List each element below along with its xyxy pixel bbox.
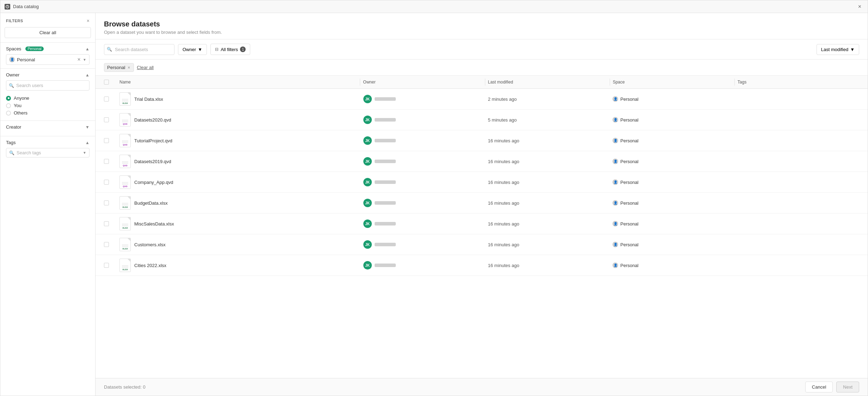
datasets-selected-text: Datasets selected: 0 [104, 384, 146, 390]
table-row[interactable]: QVD Datasets2020.qvd JK 5 minutes ago 👤 … [96, 110, 868, 130]
row-checkbox-cell [104, 221, 117, 226]
row-owner-cell: JK [361, 95, 485, 103]
owner-name-blur [375, 243, 396, 246]
row-name-cell: QVD TutorialProject.qvd [117, 134, 361, 147]
spaces-chevron-icon: ▲ [85, 47, 90, 51]
spaces-section-header[interactable]: Spaces Personal ▲ [6, 46, 90, 51]
filters-title: FILTERS [6, 19, 23, 23]
row-modified-cell: 16 minutes ago [485, 263, 610, 268]
owner-radio-anyone[interactable]: Anyone [6, 95, 90, 101]
owner-others-label: Others [14, 110, 27, 116]
clear-filters-link[interactable]: Clear all [137, 65, 154, 70]
cancel-button[interactable]: Cancel [805, 382, 833, 392]
tags-section-header[interactable]: Tags ▲ [6, 140, 90, 145]
row-space-cell: 👤 Personal [610, 117, 734, 123]
search-datasets-input[interactable] [104, 44, 174, 55]
sidebar-close-button[interactable]: × [87, 18, 90, 24]
space-icon: 👤 [612, 138, 618, 143]
tags-dropdown-button[interactable]: ▼ [83, 151, 86, 155]
sort-chevron-icon: ▼ [850, 47, 855, 52]
owner-name-blur [375, 139, 396, 142]
row-checkbox-cell [104, 138, 117, 143]
row-checkbox-cell [104, 180, 117, 185]
filter-tag-remove-button[interactable]: × [127, 65, 131, 70]
spaces-clear-button[interactable]: ✕ [76, 56, 81, 63]
owner-radio-others[interactable]: Others [6, 110, 90, 116]
creator-section-header[interactable]: Creator ▼ [6, 124, 90, 130]
row-space-name: Personal [620, 263, 638, 268]
table-row[interactable]: XLSX Cities 2022.xlsx JK 16 minutes ago … [96, 255, 868, 276]
file-icon: QVD [119, 155, 131, 168]
row-filename: Datasets2019.qvd [134, 159, 171, 164]
row-checkbox[interactable] [104, 263, 109, 268]
owner-section-header[interactable]: Owner ▲ [6, 72, 90, 78]
row-space-name: Personal [620, 117, 638, 123]
owner-section: Owner ▲ 🔍 Anyone You [0, 68, 95, 120]
owner-radio-group: Anyone You Others [6, 94, 90, 117]
row-name-cell: QVD Datasets2020.qvd [117, 113, 361, 126]
owner-search-icon: 🔍 [9, 83, 14, 88]
owner-dropdown-button[interactable]: Owner ▼ [178, 44, 207, 55]
table-row[interactable]: XLSX Trial Data.xlsx JK 2 minutes ago 👤 … [96, 89, 868, 110]
row-space-cell: 👤 Personal [610, 159, 734, 164]
file-icon: XLSX [119, 196, 131, 210]
spaces-dropdown-button[interactable]: ▼ [83, 58, 86, 62]
table-row[interactable]: XLSX Customers.xlsx JK 16 minutes ago 👤 … [96, 234, 868, 255]
row-checkbox-cell [104, 263, 117, 268]
th-owner: Owner [360, 80, 485, 85]
owner-name-blur [375, 97, 396, 101]
spaces-select[interactable]: 👤 Personal ✕ ▼ [6, 54, 90, 65]
search-datasets-icon: 🔍 [107, 47, 112, 52]
owner-radio-you[interactable]: You [6, 103, 90, 108]
row-space-cell: 👤 Personal [610, 179, 734, 185]
owner-name-blur [375, 118, 396, 122]
row-checkbox[interactable] [104, 242, 109, 247]
all-filters-button[interactable]: ⊟ All filters 1 [210, 44, 250, 55]
owner-name-blur [375, 201, 396, 205]
row-space-cell: 👤 Personal [610, 242, 734, 247]
tags-search-icon: 🔍 [9, 150, 14, 155]
row-checkbox[interactable] [104, 200, 109, 205]
owner-avatar: JK [363, 95, 372, 103]
clear-all-button[interactable]: Clear all [5, 27, 91, 38]
title-bar: Data catalog × [0, 0, 868, 13]
owner-you-label: You [14, 103, 21, 108]
owner-dropdown-chevron-icon: ▼ [198, 47, 202, 52]
dataset-table: Name Owner Last modified Space Tags [96, 76, 868, 378]
row-checkbox[interactable] [104, 180, 109, 185]
row-modified-cell: 16 minutes ago [485, 159, 610, 164]
file-icon: XLSX [119, 92, 131, 106]
row-checkbox[interactable] [104, 97, 109, 101]
select-all-checkbox[interactable] [104, 80, 109, 85]
owner-title: Owner [6, 72, 19, 78]
sort-dropdown-button[interactable]: Last modified ▼ [817, 44, 859, 55]
row-checkbox[interactable] [104, 138, 109, 143]
tags-title: Tags [6, 140, 16, 145]
owner-dropdown-label: Owner [183, 47, 196, 52]
tags-search-input[interactable] [17, 150, 81, 155]
owner-avatar: JK [363, 116, 372, 124]
row-checkbox[interactable] [104, 221, 109, 226]
app-close-button[interactable]: × [856, 3, 863, 11]
owner-search-input[interactable] [6, 80, 90, 91]
table-row[interactable]: QVD Company_App.qvd JK 16 minutes ago 👤 … [96, 172, 868, 193]
row-checkbox[interactable] [104, 159, 109, 164]
row-checkbox-cell [104, 117, 117, 122]
creator-title: Creator [6, 124, 21, 130]
filter-count-badge: 1 [240, 47, 246, 52]
row-space-cell: 👤 Personal [610, 221, 734, 227]
next-button[interactable]: Next [836, 382, 859, 392]
file-icon: QVD [119, 175, 131, 189]
owner-avatar: JK [363, 261, 372, 270]
table-row[interactable]: XLSX BudgetData.xlsx JK 16 minutes ago 👤… [96, 193, 868, 214]
row-space-name: Personal [620, 221, 638, 227]
spaces-select-value: Personal [17, 57, 74, 62]
main-content: Browse datasets Open a dataset you want … [96, 13, 868, 396]
spaces-badge: Personal [25, 47, 43, 51]
row-checkbox[interactable] [104, 117, 109, 122]
table-row[interactable]: QVD TutorialProject.qvd JK 16 minutes ag… [96, 130, 868, 151]
row-space-cell: 👤 Personal [610, 138, 734, 143]
table-row[interactable]: XLSX MiscSalesData.xlsx JK 16 minutes ag… [96, 214, 868, 234]
row-owner-cell: JK [361, 157, 485, 166]
table-row[interactable]: QVD Datasets2019.qvd JK 16 minutes ago 👤… [96, 151, 868, 172]
